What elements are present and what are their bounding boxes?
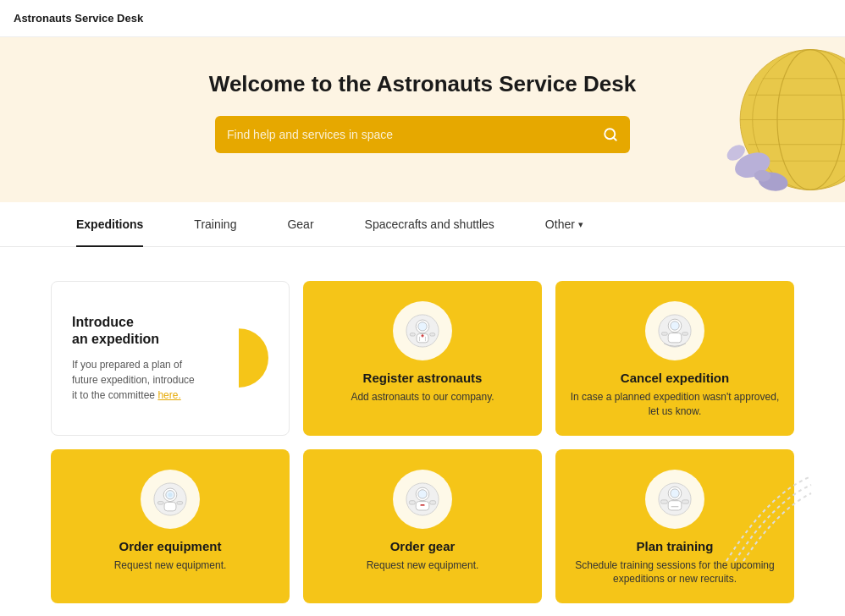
card-cancel-expedition[interactable]: Cancel expedition In case a planned expe…: [555, 281, 794, 436]
card-desc: If you prepared a plan of future expedit…: [72, 357, 196, 403]
card-desc: Request new equipment.: [114, 558, 227, 573]
nav-tabs: Expeditions Training Gear Spacecrafts an…: [0, 202, 845, 247]
chevron-down-icon: ▾: [578, 219, 583, 230]
card-introduce-expedition[interactable]: Introducean expedition If you prepared a…: [51, 281, 290, 436]
card-title: Order gear: [390, 539, 456, 553]
card-semicircle-decoration: [209, 328, 268, 388]
card-title: Introducean expedition: [72, 314, 196, 349]
tab-spacecrafts[interactable]: Spacecrafts and shuttles: [340, 202, 520, 246]
tab-gear[interactable]: Gear: [262, 202, 339, 246]
search-icon: [603, 127, 618, 142]
card-order-equipment[interactable]: Order equipment Request new equipment.: [51, 449, 290, 604]
svg-point-13: [754, 169, 771, 182]
tab-other[interactable]: Other ▾: [520, 202, 609, 246]
svg-point-49: [671, 488, 679, 497]
tab-training[interactable]: Training: [168, 202, 262, 246]
svg-rect-43: [420, 504, 424, 506]
svg-rect-32: [164, 502, 176, 510]
card-icon-circle: [393, 470, 452, 529]
svg-rect-40: [409, 500, 415, 503]
card-title: Plan training: [637, 539, 714, 553]
card-register-astronauts[interactable]: Register astronauts Add astronauts to ou…: [303, 281, 542, 436]
svg-rect-23: [422, 334, 422, 337]
svg-point-11: [757, 170, 789, 193]
search-bar: [215, 116, 630, 153]
card-desc: Request new equipment.: [367, 558, 479, 573]
svg-rect-28: [682, 333, 688, 335]
svg-point-36: [168, 492, 172, 497]
tab-expeditions[interactable]: Expeditions: [51, 202, 168, 246]
svg-rect-18: [430, 333, 435, 336]
card-desc: Add astronauts to our company.: [351, 390, 494, 404]
svg-rect-41: [430, 500, 436, 503]
astronaut-icon: [400, 309, 445, 353]
search-input[interactable]: [227, 128, 603, 141]
cards-section: Introducean expedition If you prepared a…: [0, 247, 845, 616]
hero-section: Welcome to the Astronauts Service Desk: [0, 37, 845, 202]
card-desc: Schedule training sessions for the upcom…: [569, 558, 781, 587]
svg-rect-33: [157, 501, 163, 503]
search-button[interactable]: [603, 127, 618, 142]
card-plan-training[interactable]: Plan training Schedule training sessions…: [555, 449, 794, 604]
svg-point-29: [671, 322, 679, 330]
svg-point-19: [418, 322, 427, 331]
card-order-gear[interactable]: Order gear Request new equipment.: [303, 449, 542, 604]
svg-rect-34: [177, 501, 183, 503]
svg-point-10: [732, 148, 774, 182]
card-text: Introducean expedition If you prepared a…: [72, 314, 196, 404]
svg-rect-26: [668, 333, 682, 343]
card-title: Register astronauts: [363, 371, 483, 385]
card-title: Order equipment: [119, 539, 222, 553]
astronaut-icon-gear: [400, 477, 445, 521]
card-desc: In case a planned expedition wasn't appr…: [569, 390, 781, 419]
svg-line-1: [613, 137, 616, 140]
card-icon-circle: [393, 301, 452, 360]
astronaut-icon: [653, 309, 697, 353]
svg-rect-27: [661, 333, 667, 335]
svg-rect-17: [410, 333, 415, 336]
here-link[interactable]: here.: [157, 389, 180, 401]
app-title: Astronauts Service Desk: [14, 12, 143, 25]
card-icon-circle: [141, 470, 200, 529]
hero-title: Welcome to the Astronauts Service Desk: [0, 71, 845, 97]
cards-grid: Introducean expedition If you prepared a…: [51, 281, 794, 603]
svg-rect-48: [682, 499, 689, 503]
svg-rect-46: [668, 500, 682, 509]
svg-point-42: [418, 489, 427, 498]
search-bar-container: [0, 116, 845, 153]
card-icon-circle: [645, 301, 704, 360]
card-icon-circle: [645, 470, 704, 529]
app-bar: Astronauts Service Desk: [0, 0, 845, 37]
astronaut-icon-training: [653, 477, 697, 521]
card-title: Cancel expedition: [621, 371, 729, 385]
astronaut-icon-equipment: [148, 477, 192, 521]
svg-rect-47: [661, 499, 668, 503]
